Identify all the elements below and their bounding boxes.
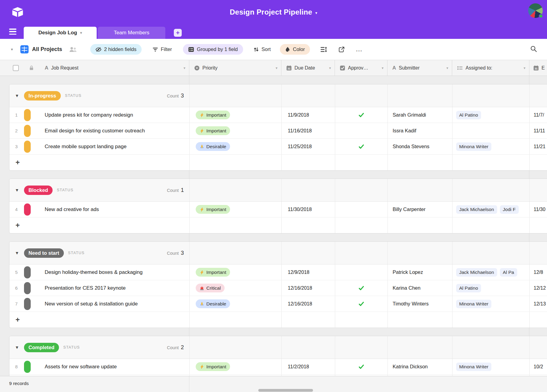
approved-cell[interactable]	[335, 296, 388, 312]
user-avatar[interactable]	[528, 3, 543, 18]
due-date-cell[interactable]: 11/9/2018	[282, 107, 335, 123]
priority-cell[interactable]: Important	[190, 123, 282, 138]
priority-cell[interactable]: Important	[190, 264, 282, 280]
job-request-cell[interactable]: 4 New ad creative for ads	[9, 202, 190, 217]
priority-cell[interactable]: Desirable	[190, 139, 282, 154]
assigned-cell[interactable]: Minona Writer	[452, 359, 530, 374]
job-request-cell[interactable]: 5 Design holiday-themed boxes & packagin…	[9, 264, 190, 280]
row-number[interactable]: 8	[12, 364, 21, 369]
job-request-cell[interactable]: 3 Create mobile support landing page	[9, 139, 190, 154]
select-all-checkbox[interactable]	[13, 65, 19, 71]
row-height-icon[interactable]	[320, 46, 327, 53]
collapse-group-icon[interactable]: ▼	[15, 188, 19, 193]
group-status-pill[interactable]: Blocked	[24, 186, 53, 195]
column-menu-caret-icon[interactable]: ▾	[184, 66, 185, 70]
approved-cell[interactable]	[335, 107, 388, 123]
due-date-cell[interactable]: 12/16/2018	[282, 280, 335, 296]
row-number[interactable]: 7	[12, 301, 21, 306]
group-status-pill[interactable]: Completed	[24, 343, 59, 352]
assigned-cell[interactable]: Al Patino	[452, 107, 530, 123]
tab-chevron-down-icon[interactable]: ▾	[80, 31, 82, 35]
row-number[interactable]: 1	[12, 112, 21, 118]
submitter-cell[interactable]: Timothy Winters	[388, 296, 452, 312]
column-header-extra-date[interactable]: 31 E	[529, 60, 547, 76]
due-date-cell[interactable]: 11/16/2018	[282, 123, 335, 138]
sort-button[interactable]: Sort	[253, 46, 271, 52]
column-menu-caret-icon[interactable]: ▾	[276, 66, 277, 70]
add-record-cell[interactable]: +	[9, 155, 190, 170]
column-menu-caret-icon[interactable]: ▾	[446, 66, 448, 70]
row-number[interactable]: 2	[12, 128, 21, 133]
column-header-assigned-to[interactable]: Assigned to: ▾	[452, 60, 529, 76]
assigned-cell[interactable]: Al Patino	[452, 280, 530, 296]
color-button[interactable]: Color	[280, 44, 310, 55]
menu-icon[interactable]	[9, 29, 16, 35]
row-number[interactable]: 5	[12, 270, 21, 275]
extra-date-cell[interactable]: 12/12	[530, 280, 547, 296]
group-status-pill[interactable]: Need to start	[24, 248, 64, 258]
approved-cell[interactable]	[335, 359, 388, 374]
more-options-button[interactable]: …	[356, 48, 363, 51]
group-button[interactable]: Grouped by 1 field	[183, 44, 243, 55]
add-table-button[interactable]: +	[174, 29, 182, 37]
column-menu-caret-icon[interactable]: ▾	[329, 66, 331, 70]
due-date-cell[interactable]: 12/16/2018	[282, 296, 335, 312]
submitter-cell[interactable]: Katrina Dickson	[388, 359, 452, 374]
submitter-cell[interactable]: Patrick Lopez	[388, 264, 452, 280]
extra-date-cell[interactable]: 12/13	[530, 296, 547, 312]
priority-cell[interactable]: Important	[190, 359, 282, 374]
submitter-cell[interactable]: Karina Chen	[388, 280, 452, 296]
search-icon[interactable]	[530, 45, 537, 53]
priority-cell[interactable]: Critical	[190, 280, 282, 296]
job-request-cell[interactable]: 7 New version of setup & installation gu…	[9, 296, 190, 312]
priority-cell[interactable]: Important	[190, 107, 282, 123]
column-header-due-date[interactable]: 31 Due Date ▾	[281, 60, 335, 76]
view-name[interactable]: All Projects	[32, 46, 62, 53]
row-number[interactable]: 3	[12, 144, 21, 149]
job-request-cell[interactable]: 1 Update press kit for company redesign	[9, 107, 190, 123]
priority-cell[interactable]: Desirable	[190, 296, 282, 312]
submitter-cell[interactable]: Shonda Stevens	[388, 139, 452, 154]
base-title[interactable]: Design Project Pipeline ▾	[0, 0, 547, 24]
column-header-submitter[interactable]: A Submitter ▾	[387, 60, 452, 76]
add-record-cell[interactable]: +	[9, 312, 190, 328]
row-number[interactable]: 4	[12, 207, 21, 212]
due-date-cell[interactable]: 12/9/2018	[282, 264, 335, 280]
assigned-cell[interactable]	[452, 123, 530, 138]
extra-date-cell[interactable]: 10/2	[530, 359, 547, 374]
extra-date-cell[interactable]: 11/21	[530, 139, 547, 154]
due-date-cell[interactable]: 11/25/2018	[282, 139, 335, 154]
share-view-icon[interactable]	[339, 46, 345, 53]
tab-design-job-log[interactable]: Design Job Log ▾	[24, 27, 97, 39]
column-menu-caret-icon[interactable]: ▾	[524, 66, 525, 70]
submitter-cell[interactable]: Issra Kadif	[388, 123, 452, 138]
due-date-cell[interactable]: 11/30/2018	[282, 202, 335, 217]
column-header-approved[interactable]: Approv… ▾	[335, 60, 387, 76]
grid-view-icon[interactable]	[20, 45, 29, 53]
approved-cell[interactable]	[335, 264, 388, 280]
column-menu-caret-icon[interactable]: ▾	[382, 66, 384, 70]
extra-date-cell[interactable]: 11/7/	[530, 107, 547, 123]
assigned-cell[interactable]: Minona Writer	[452, 139, 530, 154]
column-header-job-request[interactable]: A Job Request ▾	[0, 60, 189, 76]
due-date-cell[interactable]: 11/2/2018	[282, 359, 335, 374]
extra-date-cell[interactable]: 11/30	[530, 202, 547, 217]
job-request-cell[interactable]: 2 Email design for existing customer out…	[9, 123, 190, 138]
collapse-group-icon[interactable]: ▼	[15, 251, 19, 255]
add-record-row[interactable]: +	[9, 312, 547, 328]
approved-cell[interactable]	[335, 123, 388, 138]
collaborators-icon[interactable]	[69, 46, 77, 53]
assigned-cell[interactable]: Minona Writer	[452, 296, 530, 312]
approved-cell[interactable]	[335, 139, 388, 154]
submitter-cell[interactable]: Billy Carpenter	[388, 202, 452, 217]
add-record-row[interactable]: +	[9, 375, 547, 376]
job-request-cell[interactable]: 8 Assets for new software update	[9, 359, 190, 374]
collapse-group-icon[interactable]: ▼	[15, 345, 19, 350]
assigned-cell[interactable]: Jack MichaelsonAl Pa	[452, 264, 530, 280]
extra-date-cell[interactable]: 12/8	[530, 264, 547, 280]
add-record-row[interactable]: +	[9, 217, 547, 233]
horizontal-scrollbar-thumb[interactable]	[258, 389, 313, 392]
tab-team-members[interactable]: Team Members	[98, 27, 165, 39]
column-header-priority[interactable]: Priority ▾	[189, 60, 281, 76]
add-record-row[interactable]: +	[9, 155, 547, 170]
